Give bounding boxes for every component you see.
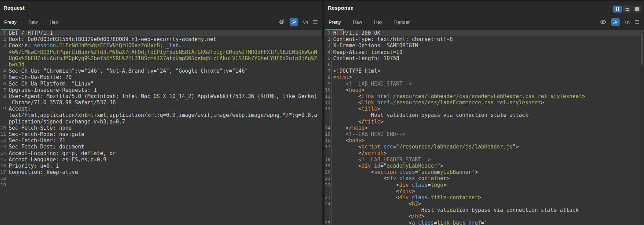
code-line[interactable]: 5Content-Length: 10758 xyxy=(324,55,644,62)
code-line[interactable]: 3X-Frame-Options: SAMEORIGIN xyxy=(324,42,644,49)
code-line[interactable]: 3Cookie: session=FLFrNdJnMmWqzEEFWNtQrH0… xyxy=(0,42,322,49)
response-editor[interactable]: 1HTTP/1.1 200 OK2Content-Type: text/html… xyxy=(324,30,644,225)
tab-pretty[interactable]: Pretty xyxy=(325,14,344,30)
code-line[interactable]: Chrome/71.0.3578.98 Safari/537.36 xyxy=(0,99,322,106)
layout-split-columns-button[interactable] xyxy=(613,6,622,13)
code-text xyxy=(7,175,9,182)
code-text: <div class=title-container> xyxy=(331,194,481,201)
code-line[interactable]: 12 <link href=/resources/css/labsEcommer… xyxy=(324,99,644,106)
code-text: Sec-Fetch-Mode: navigate xyxy=(7,131,84,137)
code-text: Accept-Language: es-ES,es;q=0.9 xyxy=(7,156,106,163)
line-number xyxy=(324,112,331,118)
code-line[interactable]: 1GET / HTTP/1.1 xyxy=(0,30,322,36)
code-line[interactable]: 17 <script src="/resources/labheader/js/… xyxy=(324,144,644,150)
code-line[interactable]: 16Priority: u=0, i xyxy=(0,163,322,169)
line-number: 20 xyxy=(324,169,331,175)
line-number: 13 xyxy=(324,106,331,112)
code-text: <div id="academyLabHeader"> xyxy=(331,163,443,169)
code-line[interactable]: 9Accept: xyxy=(0,106,322,112)
line-number: 3 xyxy=(324,42,331,49)
code-line[interactable]: 46%7cMCwCFDD3PcTPqerUiBu5r%2fd3iMV0aX7mA… xyxy=(0,49,322,55)
code-line[interactable]: 15 <!--LAB_HEAD_END--> xyxy=(324,131,644,137)
code-line[interactable]: bw%3d xyxy=(0,62,322,68)
code-line[interactable]: 13Sec-Fetch-Dest: document xyxy=(0,144,322,150)
tab-raw[interactable]: Raw xyxy=(350,14,365,30)
code-line[interactable]: 9 <!--LAB_HEAD_START--> xyxy=(324,81,644,87)
code-line[interactable]: 8User-Agent: Mozilla/5.0 (Macintosh; Int… xyxy=(0,93,322,99)
code-text: <section class='academyLabBanner'> xyxy=(331,169,478,175)
code-line[interactable]: 19 xyxy=(0,182,322,188)
code-line[interactable]: 4Keep-Alive: timeout=10 xyxy=(324,49,644,55)
code-line[interactable]: 1HTTP/1.1 200 OK xyxy=(324,30,644,36)
code-line[interactable]: 2Host: 0a07003d031554cf80329e0d00780089.… xyxy=(0,36,322,42)
code-line[interactable]: </script> xyxy=(324,150,644,156)
code-line[interactable]: Host validation bypass via connection st… xyxy=(324,207,644,213)
code-line[interactable]: 18 xyxy=(0,175,322,182)
line-number xyxy=(324,150,331,156)
code-line[interactable]: UgGs%2bEU7ukuAuibJM0pKyq9%2bot5KYSRE%2fL… xyxy=(0,55,322,62)
code-line[interactable]: 24 <h2> xyxy=(324,201,644,207)
editor-menu-icon[interactable] xyxy=(634,19,640,24)
code-line[interactable]: 12Sec-Fetch-User: ?1 xyxy=(0,137,322,144)
code-line[interactable]: 11Sec-Fetch-Mode: navigate xyxy=(0,131,322,137)
code-line[interactable]: 16 <body> xyxy=(324,137,644,144)
code-text: HTTP/1.1 200 OK xyxy=(331,30,380,36)
request-editor[interactable]: 1GET / HTTP/1.12Host: 0a07003d031554cf80… xyxy=(0,30,322,225)
code-text: Accept-Encoding: gzip, deflate, br xyxy=(7,150,116,156)
code-line[interactable]: 19 <div id="academyLabHeader"> xyxy=(324,163,644,169)
code-line[interactable]: </title> xyxy=(324,119,644,125)
code-line[interactable]: 17Connection: keep-alive xyxy=(0,169,322,175)
code-line[interactable]: pplication/signed-exchange;v=b3;q=0.7 xyxy=(0,119,322,125)
code-line[interactable]: 7Upgrade-Insecure-Requests: 1 xyxy=(0,87,322,93)
code-line[interactable]: 7<!DOCTYPE html> xyxy=(324,68,644,74)
line-number: 18 xyxy=(0,175,7,182)
layout-single-view-button[interactable] xyxy=(633,6,641,13)
code-line[interactable]: 8<html> xyxy=(324,74,644,80)
code-line[interactable]: 15Accept-Language: es-ES,es;q=0.9 xyxy=(0,156,322,163)
newline-chars-toggle[interactable]: \n xyxy=(302,19,308,25)
code-text: Accept: xyxy=(7,106,31,112)
code-line[interactable]: 13 <title> xyxy=(324,106,644,112)
code-line[interactable]: 10Sec-Fetch-Site: none xyxy=(0,125,322,131)
response-scrollbar-thumb[interactable] xyxy=(641,33,643,65)
hide-nonprinting-icon[interactable] xyxy=(278,19,285,25)
code-line[interactable]: text/html,application/xhtml+xml,applicat… xyxy=(0,112,322,118)
newline-chars-toggle[interactable]: \n xyxy=(624,19,630,25)
code-line[interactable]: 18 <!--LAB_HEADER_START--> xyxy=(324,156,644,163)
tab-render[interactable]: Render xyxy=(391,14,413,30)
response-scrollbar[interactable] xyxy=(641,32,644,224)
code-line[interactable]: 4Sec-Ch-Ua: "Chromium";v="146", "Not-A.B… xyxy=(0,68,322,74)
tab-pretty[interactable]: Pretty xyxy=(1,14,20,30)
code-line[interactable]: 6 xyxy=(324,62,644,68)
code-line[interactable]: </div> xyxy=(324,188,644,194)
code-line[interactable]: 2Content-Type: text/html; charset=utf-8 xyxy=(324,36,644,42)
layout-split-rows-button[interactable] xyxy=(623,6,631,13)
code-line[interactable]: 5Sec-Ch-Ua-Mobile: ?0 xyxy=(0,74,322,80)
line-number: 25 xyxy=(324,220,331,225)
soft-wrap-button[interactable] xyxy=(290,18,298,26)
code-line[interactable]: 14 </head> xyxy=(324,125,644,131)
code-line[interactable]: 20 <section class='academyLabBanner'> xyxy=(324,169,644,175)
code-line[interactable]: 22 <div class=logo> xyxy=(324,182,644,188)
code-line[interactable]: 11 <link href=/resources/labheader/css/a… xyxy=(324,93,644,99)
editor-menu-icon[interactable] xyxy=(313,19,318,24)
code-line[interactable]: 21 <div class=container> xyxy=(324,175,644,182)
code-line[interactable]: 10 <head> xyxy=(324,87,644,93)
code-line[interactable]: 23 <div class=title-container> xyxy=(324,194,644,201)
tab-hex[interactable]: Hex xyxy=(46,14,61,30)
code-line[interactable]: 25 <a class=link-back href=' xyxy=(324,220,644,225)
soft-wrap-button[interactable] xyxy=(611,18,620,26)
line-number xyxy=(0,62,7,68)
code-line[interactable]: 14Accept-Encoding: gzip, deflate, br xyxy=(0,150,322,156)
tab-hex[interactable]: Hex xyxy=(371,14,385,30)
code-line[interactable]: </h2> xyxy=(324,213,644,219)
code-line[interactable]: Host validation bypass via connection st… xyxy=(324,112,644,118)
soft-wrap-icon xyxy=(613,19,618,24)
code-text: <script src="/resources/labheader/js/lab… xyxy=(331,144,519,150)
request-tab-bar: PrettyRawHex \n xyxy=(0,14,322,30)
hide-nonprinting-icon[interactable] xyxy=(600,19,607,25)
tab-raw[interactable]: Raw xyxy=(25,14,41,30)
code-text: Host: 0a07003d031554cf80329e0d00780089.h… xyxy=(7,36,216,42)
code-line[interactable]: 6Sec-Ch-Ua-Platform: "Linux" xyxy=(0,81,322,87)
code-text: <!--LAB_HEADER_START--> xyxy=(331,156,431,163)
